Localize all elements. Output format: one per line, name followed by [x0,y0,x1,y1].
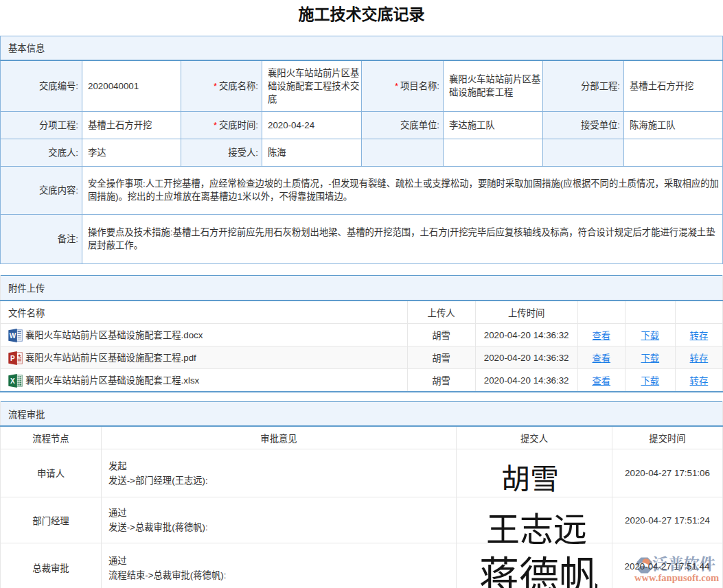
svg-text:P: P [10,355,15,362]
svg-text:W: W [10,332,16,340]
svg-text:X: X [10,377,15,385]
